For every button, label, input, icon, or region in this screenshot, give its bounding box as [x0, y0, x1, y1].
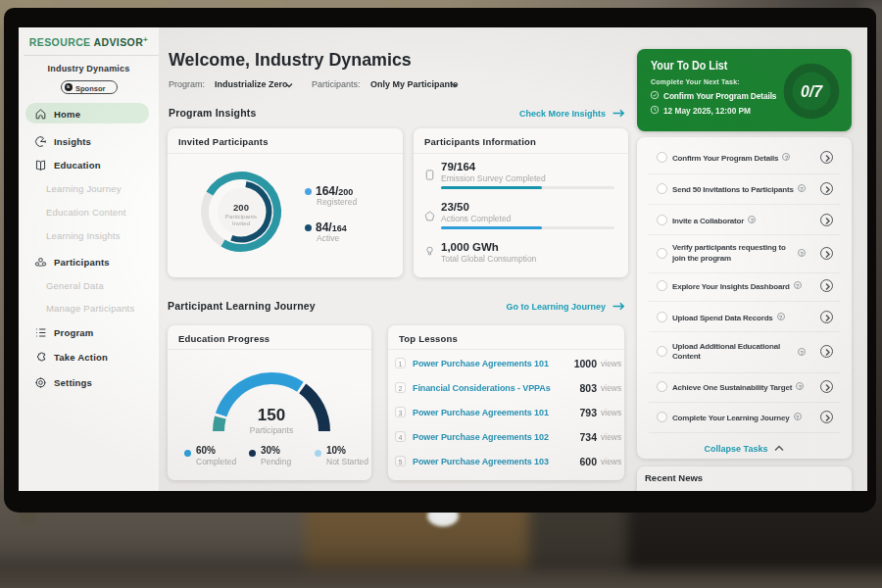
svg-text:200: 200: [233, 202, 249, 213]
svg-text:0/7: 0/7: [801, 82, 823, 99]
svg-text:Invited: Invited: [232, 220, 251, 226]
svg-text:Participants: Participants: [225, 213, 257, 220]
